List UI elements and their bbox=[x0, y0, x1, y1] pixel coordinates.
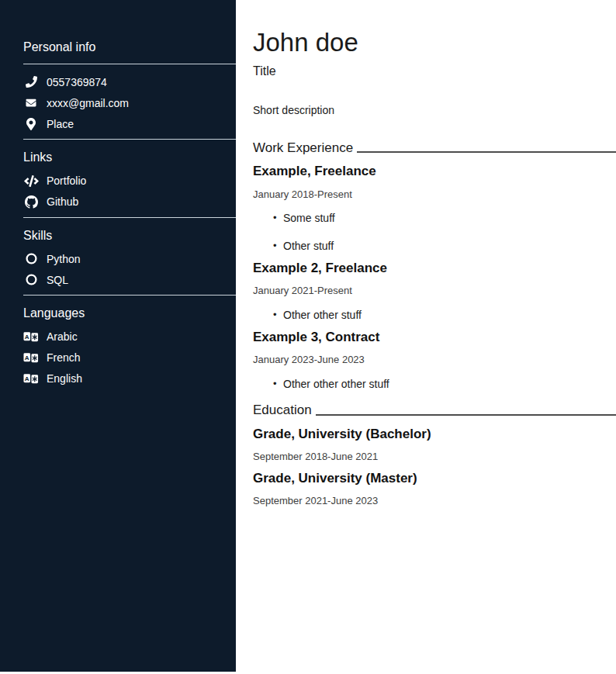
sidebar-section-title-links: Links bbox=[23, 150, 236, 164]
person-job-title: Title bbox=[253, 64, 616, 78]
contact-email[interactable]: xxxx@gmail.com bbox=[23, 96, 236, 109]
link-github-label: Github bbox=[47, 195, 78, 208]
entry-title: Example, Freelance bbox=[253, 164, 616, 179]
entry-title: Grade, University (Master) bbox=[253, 471, 616, 486]
language-icon: A bbox=[23, 373, 39, 385]
skill-python-label: Python bbox=[47, 253, 81, 265]
entry-date: January 2018-Present bbox=[253, 188, 616, 201]
language-french-label: French bbox=[47, 351, 81, 364]
link-portfolio[interactable]: Portfolio bbox=[23, 175, 236, 188]
code-icon bbox=[23, 175, 39, 187]
language-english-label: English bbox=[47, 372, 82, 385]
circle-icon bbox=[23, 274, 39, 285]
svg-text:A: A bbox=[25, 354, 29, 361]
skill-sql: SQL bbox=[23, 273, 236, 286]
entry-date: September 2018-June 2021 bbox=[253, 451, 616, 463]
sidebar-section-title-personal-info: Personal info bbox=[23, 40, 236, 54]
work-entry: Example 3, Contract January 2023-June 20… bbox=[253, 330, 616, 391]
section-rule bbox=[316, 414, 616, 416]
entry-title: Example 3, Contract bbox=[253, 330, 616, 345]
work-entry: Example, Freelance January 2018-Present … bbox=[253, 164, 616, 253]
contact-place-label: Place bbox=[47, 118, 74, 130]
section-heading-education: Education bbox=[253, 403, 316, 418]
svg-text:A: A bbox=[25, 375, 29, 382]
section-education: Education Grade, University (Bachelor) S… bbox=[253, 403, 616, 506]
short-description: Short description bbox=[253, 104, 616, 116]
language-arabic-label: Arabic bbox=[47, 330, 78, 343]
entry-bullets: Some stuff Other stuff bbox=[253, 212, 616, 253]
sidebar-divider bbox=[23, 217, 236, 218]
phone-icon bbox=[23, 76, 39, 88]
language-french: A French bbox=[23, 351, 236, 365]
circle-icon bbox=[23, 253, 39, 264]
language-icon: A bbox=[23, 352, 39, 364]
contact-phone-label: 0557369874 bbox=[47, 76, 107, 88]
bullet-item: Other stuff bbox=[273, 240, 616, 253]
bullet-item: Other other stuff bbox=[273, 309, 616, 322]
sidebar-section-title-skills: Skills bbox=[23, 229, 236, 243]
skill-python: Python bbox=[23, 252, 236, 265]
person-name: John doe bbox=[253, 28, 616, 57]
map-marker-icon bbox=[23, 118, 39, 130]
sidebar-divider bbox=[23, 64, 236, 64]
bullet-item: Other other other stuff bbox=[273, 378, 616, 391]
entry-date: September 2021-June 2023 bbox=[253, 495, 616, 507]
contact-place: Place bbox=[23, 117, 236, 130]
section-header: Education bbox=[253, 403, 616, 418]
language-icon: A bbox=[23, 331, 39, 343]
contact-email-label: xxxx@gmail.com bbox=[47, 97, 129, 109]
sidebar-divider bbox=[23, 139, 236, 140]
section-heading-work-experience: Work Experience bbox=[253, 140, 357, 156]
language-arabic: A Arabic bbox=[23, 330, 236, 344]
envelope-icon bbox=[23, 98, 39, 108]
section-rule bbox=[357, 151, 616, 153]
sidebar: Personal info 0557369874 xxxx@gmail.com … bbox=[0, 0, 236, 672]
entry-date: January 2021-Present bbox=[253, 285, 616, 297]
entry-bullets: Other other stuff bbox=[253, 309, 616, 322]
entry-title: Example 2, Freelance bbox=[253, 261, 616, 276]
sidebar-section-title-languages: Languages bbox=[23, 306, 236, 320]
link-portfolio-label: Portfolio bbox=[47, 175, 86, 187]
section-header: Work Experience bbox=[253, 140, 616, 156]
entry-date: January 2023-June 2023 bbox=[253, 354, 616, 366]
language-english: A English bbox=[23, 372, 236, 385]
skill-sql-label: SQL bbox=[47, 274, 68, 286]
link-github[interactable]: Github bbox=[23, 195, 236, 209]
resume-main: John doe Title Short description Work Ex… bbox=[236, 0, 616, 674]
bullet-item: Some stuff bbox=[273, 212, 616, 225]
section-work-experience: Work Experience Example, Freelance Janua… bbox=[253, 140, 616, 391]
contact-phone: 0557369874 bbox=[23, 75, 236, 88]
education-entry: Grade, University (Bachelor) September 2… bbox=[253, 427, 616, 463]
entry-bullets: Other other other stuff bbox=[253, 378, 616, 391]
work-entry: Example 2, Freelance January 2021-Presen… bbox=[253, 261, 616, 322]
svg-text:A: A bbox=[25, 333, 29, 340]
education-entry: Grade, University (Master) September 202… bbox=[253, 471, 616, 507]
github-icon bbox=[23, 195, 39, 209]
sidebar-divider bbox=[23, 295, 236, 296]
entry-title: Grade, University (Bachelor) bbox=[253, 427, 616, 442]
